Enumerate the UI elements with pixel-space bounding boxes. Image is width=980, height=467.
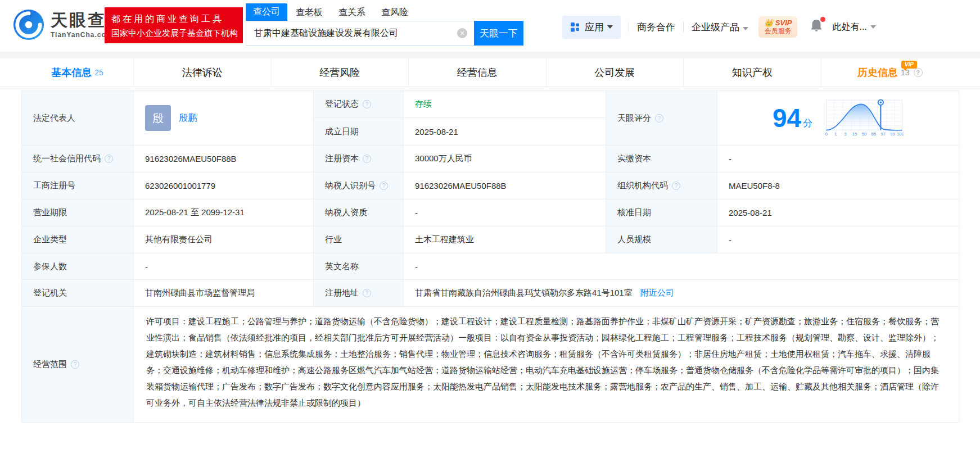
- label-text: 统一社会信用代码: [33, 153, 101, 164]
- svg-text:50: 50: [862, 132, 867, 137]
- search-tab-boss[interactable]: 查老板: [296, 4, 323, 21]
- search-tab-relation[interactable]: 查关系: [338, 4, 365, 21]
- approval-date-value: 2025-08-21: [717, 200, 959, 226]
- logo-title: 天眼查: [51, 11, 112, 29]
- help-icon[interactable]: [105, 155, 113, 163]
- tab-label: 历史信息: [857, 66, 898, 79]
- help-icon[interactable]: [380, 182, 388, 190]
- tab-operating-info[interactable]: 经营信息: [409, 58, 547, 87]
- tab-history-info[interactable]: VIP 历史信息 13: [821, 58, 959, 87]
- reg-capital-label: 注册资本: [314, 146, 404, 173]
- business-term-label: 营业期限: [22, 200, 134, 226]
- apps-grid-icon: [570, 22, 580, 32]
- promo-line2: 国家中小企业发展子基金旗下机构: [111, 26, 236, 40]
- enterprise-products-label: 企业级产品: [692, 22, 739, 33]
- industry-label: 行业: [314, 226, 404, 253]
- insured-count-value: -: [134, 253, 314, 280]
- company-info-table: 法定代表人 殷 殷鹏 登记状态 存续 成立日期 2025-08-21 天眼评分 …: [21, 90, 959, 423]
- svg-text:1: 1: [834, 132, 837, 137]
- svg-text:100: 100: [897, 132, 904, 137]
- svg-text:3: 3: [844, 132, 846, 137]
- paid-capital-label: 实缴资本: [606, 146, 717, 173]
- org-code-value: MAEU50F8-8: [717, 173, 959, 200]
- reg-number-value: 623026001001779: [134, 173, 314, 200]
- tab-label: 基本信息: [51, 66, 92, 79]
- english-name-value: -: [404, 253, 959, 280]
- reg-authority-value: 甘南州碌曲县市场监督管理局: [134, 280, 314, 307]
- reg-status-label: 登记状态: [314, 91, 404, 118]
- label-text: 注册地址: [325, 288, 359, 298]
- help-icon[interactable]: [672, 182, 680, 190]
- avatar[interactable]: 殷: [145, 105, 171, 131]
- score-number: 94: [773, 105, 801, 131]
- notification-dot: [820, 17, 825, 22]
- divider: [629, 22, 629, 32]
- help-icon[interactable]: [363, 289, 371, 297]
- promo-line1: 都在用的商业查询工具: [111, 12, 236, 26]
- business-term-value: 2025-08-21 至 2099-12-31: [134, 200, 314, 226]
- search-tabs: 查公司 查老板 查关系 查风险: [246, 4, 523, 21]
- apps-button[interactable]: 应用: [562, 16, 621, 39]
- status-date-subgrid: 登记状态 存续 成立日期 2025-08-21: [314, 91, 606, 146]
- tab-count: 25: [94, 68, 103, 77]
- tab-intellectual-property[interactable]: 知识产权: [684, 58, 821, 87]
- reg-address-label: 注册地址: [314, 280, 404, 307]
- taxpayer-quali-value: -: [404, 200, 606, 226]
- help-icon[interactable]: [655, 114, 663, 123]
- tab-basic-info[interactable]: 基本信息 25: [21, 58, 134, 87]
- caret-down-icon: [743, 27, 748, 30]
- help-icon[interactable]: [71, 360, 79, 369]
- reg-address-value: 甘肃省甘南藏族自治州碌曲县玛艾镇勒尔多东路41号101室 附近公司: [404, 280, 959, 307]
- business-cooperation-link[interactable]: 商务合作: [637, 21, 675, 34]
- score-unit: 分: [803, 117, 812, 130]
- insured-count-label: 参保人数: [22, 253, 134, 280]
- clear-icon[interactable]: ✕: [457, 28, 467, 38]
- tab-label: 经营信息: [457, 66, 498, 79]
- label-text: 登记状态: [325, 99, 359, 110]
- taxpayer-quali-label: 纳税人资质: [314, 200, 404, 226]
- org-code-label: 组织机构代码: [606, 173, 717, 200]
- user-menu-label: 此处有...: [832, 21, 866, 33]
- help-icon[interactable]: [914, 68, 923, 77]
- tab-operating-risk[interactable]: 经营风险: [272, 58, 409, 87]
- tab-label: 公司发展: [594, 66, 635, 79]
- address-text: 甘肃省甘南藏族自治州碌曲县玛艾镇勒尔多东路41号101室: [415, 288, 633, 298]
- est-date-label: 成立日期: [314, 118, 404, 146]
- help-icon[interactable]: [363, 155, 371, 163]
- nearby-companies-link[interactable]: 附近公司: [640, 288, 674, 298]
- legal-rep-name-link[interactable]: 殷鹏: [179, 112, 197, 124]
- credit-code-label: 统一社会信用代码: [22, 146, 134, 173]
- legal-rep-value: 殷 殷鹏: [134, 91, 314, 146]
- tab-company-development[interactable]: 公司发展: [547, 58, 684, 87]
- search-area: 查公司 查老板 查关系 查风险 ✕ 天眼一下: [246, 4, 523, 46]
- section-tabs: 基本信息 25 法律诉讼 经营风险 经营信息 公司发展 知识产权 VIP 历史信…: [0, 58, 980, 87]
- business-scope-label: 经营范围: [22, 307, 134, 423]
- enterprise-products-link[interactable]: 企业级产品: [692, 21, 748, 34]
- search-tab-risk[interactable]: 查风险: [381, 4, 408, 21]
- search-tab-company[interactable]: 查公司: [246, 3, 287, 21]
- svip-member-button[interactable]: 👑 SVIP 会员服务: [758, 16, 797, 38]
- status-badge: 存续: [415, 99, 432, 110]
- svg-text:85: 85: [871, 132, 877, 137]
- taxpayer-id-label: 纳税人识别号: [314, 173, 404, 200]
- header-right-nav: 应用 商务合作 企业级产品 👑 SVIP 会员服务 此处有...: [562, 15, 876, 39]
- staff-size-label: 人员规模: [606, 226, 717, 253]
- help-icon[interactable]: [363, 100, 371, 108]
- legal-rep-label: 法定代表人: [22, 91, 134, 146]
- vip-badge: VIP: [901, 61, 917, 69]
- search-input[interactable]: [246, 21, 474, 46]
- user-menu[interactable]: 此处有...: [832, 21, 875, 33]
- top-header: 天眼查 TianYanCha.com 都在用的商业查询工具 国家中小企业发展子基…: [0, 0, 980, 52]
- search-button[interactable]: 天眼一下: [474, 21, 523, 46]
- svg-text:99: 99: [890, 132, 895, 137]
- est-date-value: 2025-08-21: [404, 118, 606, 146]
- svip-label: 👑 SVIP: [764, 19, 792, 27]
- notification-bell[interactable]: [810, 19, 823, 35]
- tab-legal-litigation[interactable]: 法律诉讼: [134, 58, 272, 87]
- business-scope-value: 许可项目：建设工程施工；公路管理与养护；道路货物运输（不含危险货物）；建设工程设…: [134, 307, 959, 423]
- taxpayer-id-value: 91623026MAEU50F88B: [404, 173, 606, 200]
- tianyancha-logo[interactable]: 天眼查 TianYanCha.com: [12, 8, 112, 41]
- industry-value: 土木工程建筑业: [404, 226, 606, 253]
- label-text: 纳税人识别号: [325, 180, 376, 191]
- score-value[interactable]: 94 分 0 1 3 15 50: [717, 91, 959, 146]
